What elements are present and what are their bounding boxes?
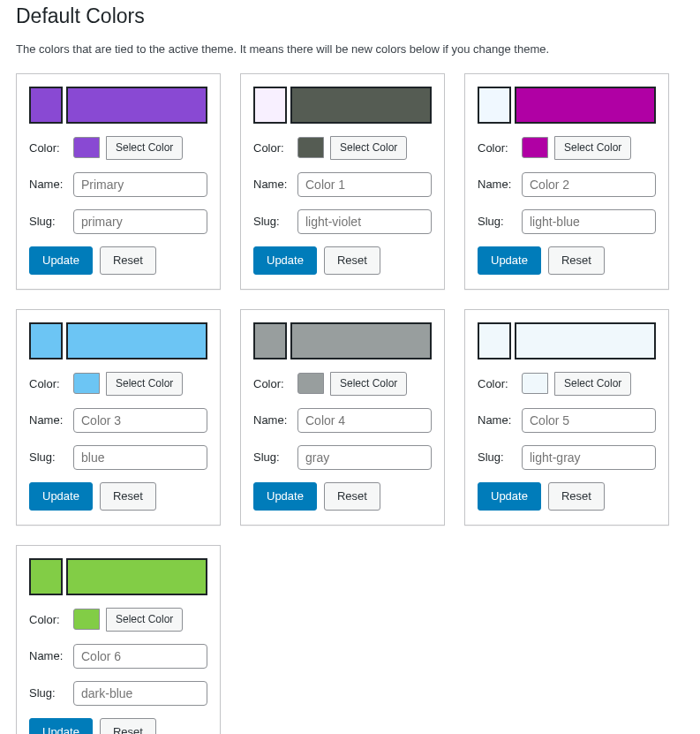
name-input[interactable] (73, 408, 207, 433)
select-color-button[interactable]: Select Color (554, 136, 631, 160)
color-cards-grid: Color: Select Color Name: Slug: Update R… (16, 73, 684, 734)
slug-input[interactable] (522, 209, 656, 234)
button-row: Update Reset (29, 482, 207, 511)
name-input[interactable] (522, 408, 656, 433)
slug-input[interactable] (297, 445, 432, 470)
swatch-row (478, 87, 656, 124)
color-label: Color: (253, 141, 290, 155)
button-row: Update Reset (29, 718, 207, 734)
slug-label: Slug: (478, 450, 515, 464)
swatch-small (29, 87, 63, 124)
button-row: Update Reset (478, 246, 656, 275)
slug-field-row: Slug: (253, 445, 432, 470)
color-field-row: Color: Select Color (253, 136, 432, 160)
color-chip[interactable] (522, 137, 548, 158)
slug-label: Slug: (29, 450, 66, 464)
name-input[interactable] (73, 172, 207, 197)
name-field-row: Name: (29, 408, 207, 433)
name-label: Name: (29, 178, 66, 191)
reset-button[interactable]: Reset (324, 246, 380, 275)
swatch-small (253, 87, 287, 124)
color-field-row: Color: Select Color (478, 372, 656, 396)
button-row: Update Reset (29, 246, 207, 275)
slug-label: Slug: (29, 686, 66, 700)
select-color-button[interactable]: Select Color (330, 136, 407, 160)
color-label: Color: (478, 377, 515, 390)
button-row: Update Reset (253, 246, 432, 275)
name-label: Name: (478, 413, 515, 427)
color-label: Color: (478, 141, 515, 155)
reset-button[interactable]: Reset (100, 482, 156, 511)
name-label: Name: (253, 413, 290, 427)
update-button[interactable]: Update (253, 482, 317, 511)
select-color-button[interactable]: Select Color (554, 372, 631, 396)
reset-button[interactable]: Reset (548, 246, 605, 275)
name-field-row: Name: (29, 172, 207, 197)
name-input[interactable] (73, 644, 207, 669)
color-label: Color: (29, 377, 66, 390)
update-button[interactable]: Update (253, 246, 317, 275)
slug-field-row: Slug: (478, 209, 656, 234)
update-button[interactable]: Update (29, 482, 93, 511)
update-button[interactable]: Update (29, 246, 93, 275)
name-label: Name: (29, 649, 66, 662)
swatch-row (253, 322, 432, 359)
color-card: Color: Select Color Name: Slug: Update R… (240, 309, 445, 526)
update-button[interactable]: Update (29, 718, 93, 734)
color-chip[interactable] (73, 137, 100, 158)
select-color-button[interactable]: Select Color (106, 136, 183, 160)
slug-label: Slug: (478, 215, 515, 228)
reset-button[interactable]: Reset (100, 718, 156, 734)
color-field-row: Color: Select Color (29, 608, 207, 632)
name-label: Name: (253, 178, 290, 191)
swatch-small (29, 558, 63, 595)
color-chip[interactable] (522, 373, 548, 394)
slug-input[interactable] (522, 445, 656, 470)
swatch-row (29, 322, 207, 359)
slug-label: Slug: (253, 450, 290, 464)
name-field-row: Name: (478, 172, 656, 197)
swatch-row (29, 558, 207, 595)
slug-input[interactable] (73, 681, 207, 706)
slug-label: Slug: (29, 215, 66, 228)
reset-button[interactable]: Reset (548, 482, 605, 511)
color-chip[interactable] (297, 137, 324, 158)
update-button[interactable]: Update (478, 246, 541, 275)
slug-input[interactable] (73, 209, 207, 234)
select-color-button[interactable]: Select Color (106, 608, 183, 632)
select-color-button[interactable]: Select Color (106, 372, 183, 396)
swatch-small (29, 322, 63, 359)
swatch-large (515, 87, 656, 124)
name-field-row: Name: (29, 644, 207, 669)
reset-button[interactable]: Reset (324, 482, 380, 511)
swatch-row (253, 87, 432, 124)
name-field-row: Name: (478, 408, 656, 433)
slug-input[interactable] (297, 209, 432, 234)
swatch-row (478, 322, 656, 359)
color-field-row: Color: Select Color (478, 136, 656, 160)
color-chip[interactable] (73, 373, 100, 394)
slug-field-row: Slug: (29, 209, 207, 234)
name-input[interactable] (522, 172, 656, 197)
swatch-large (290, 87, 432, 124)
name-field-row: Name: (253, 408, 432, 433)
slug-label: Slug: (253, 215, 290, 228)
slug-input[interactable] (73, 445, 207, 470)
color-card: Color: Select Color Name: Slug: Update R… (464, 73, 669, 290)
name-field-row: Name: (253, 172, 432, 197)
button-row: Update Reset (478, 482, 656, 511)
reset-button[interactable]: Reset (100, 246, 156, 275)
color-field-row: Color: Select Color (253, 372, 432, 396)
name-input[interactable] (297, 408, 432, 433)
select-color-button[interactable]: Select Color (330, 372, 407, 396)
color-label: Color: (29, 141, 66, 155)
update-button[interactable]: Update (478, 482, 541, 511)
swatch-large (290, 322, 432, 359)
color-label: Color: (29, 613, 66, 626)
color-card: Color: Select Color Name: Slug: Update R… (464, 309, 669, 526)
name-input[interactable] (297, 172, 432, 197)
swatch-row (29, 87, 207, 124)
color-chip[interactable] (297, 373, 324, 394)
color-chip[interactable] (73, 609, 100, 630)
color-field-row: Color: Select Color (29, 136, 207, 160)
